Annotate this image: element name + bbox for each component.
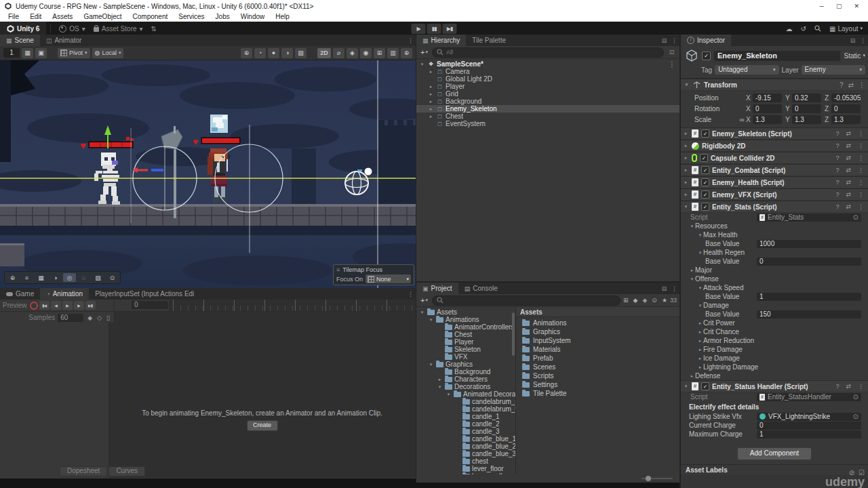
enabled-checkbox[interactable]: ✓ <box>701 203 709 211</box>
help-icon[interactable]: ? <box>833 203 841 210</box>
dock-icon[interactable]: ⊟ <box>659 35 669 46</box>
presets-icon[interactable]: ⇄ <box>844 179 853 186</box>
cloud-button[interactable]: ☁ <box>786 25 793 33</box>
menu-file[interactable]: File <box>3 13 24 20</box>
project-tree-item[interactable]: ▾Animated Decorations <box>416 390 515 398</box>
foldout-arrow-icon[interactable]: ▾ <box>684 82 690 87</box>
foldout-arrow-icon[interactable]: ▸ <box>697 365 703 370</box>
y-value-field[interactable]: 0.32 <box>792 94 821 102</box>
focus-on-dropdown[interactable]: None ▾ <box>366 274 411 283</box>
search-scene-icon[interactable]: ◌ <box>77 273 90 282</box>
foldout-arrow-icon[interactable]: ▾ <box>689 277 695 282</box>
hierarchy-search-field[interactable]: All <box>432 47 664 58</box>
kebab-icon[interactable]: ⋮ <box>856 167 866 174</box>
tab-animation[interactable]: ◔Animation <box>40 288 89 300</box>
kebab-icon[interactable]: ⋮ <box>856 383 866 390</box>
foldout-arrow-icon[interactable]: ▸ <box>428 69 434 75</box>
add-keyframe-icon[interactable]: ◆ <box>86 314 94 321</box>
project-tree-item[interactable]: ▾Graphics <box>416 361 515 368</box>
layers-icon[interactable]: ≡ <box>20 273 33 282</box>
kebab-icon[interactable]: ⋮ <box>669 60 679 68</box>
prev-key-button[interactable]: ◀ <box>51 301 61 310</box>
tab-playerinputset[interactable]: PlayerInputSet (Input Actions Edi <box>89 288 200 300</box>
foldout-row[interactable]: ▾Damage <box>681 301 868 310</box>
layout-dropdown[interactable]: ▦ Layout ▾ <box>829 25 863 33</box>
static-dropdown[interactable]: Static▾ <box>844 52 865 60</box>
scene-viewport[interactable]: ♥ ♥ <box>0 60 416 288</box>
project-tree-item[interactable]: ▾Animations <box>416 316 515 323</box>
pause-button[interactable]: ▮▮ <box>427 24 441 34</box>
grid-axis-icon[interactable]: ▥ <box>387 48 399 58</box>
handle-rotation-dropdown[interactable]: ◍Local▾ <box>92 48 124 58</box>
value-field[interactable]: 0 <box>757 422 861 430</box>
zoom-slider[interactable] <box>642 478 673 479</box>
tab-console[interactable]: ▤Console <box>458 283 504 294</box>
tab-project[interactable]: ▣Project <box>416 283 458 294</box>
scene-picker-icon[interactable]: ⊡ <box>667 49 677 56</box>
project-tree-item[interactable]: candelabrum_tall <box>416 405 515 413</box>
foldout-row[interactable]: ▸Ice Damage <box>681 354 868 363</box>
component-header[interactable]: ▸#✓Entity_Combat (Script)?⇄⋮ <box>681 164 868 176</box>
foldout-arrow-icon[interactable]: ▾ <box>419 310 425 315</box>
label-filter-icon[interactable]: ◈ <box>642 297 647 304</box>
help-icon[interactable]: ? <box>833 191 841 198</box>
folder-item[interactable]: Materials <box>516 345 679 354</box>
next-key-button[interactable]: ▶ <box>74 301 84 310</box>
favorites-icon[interactable]: ★ <box>662 297 667 304</box>
foldout-arrow-icon[interactable]: ▸ <box>683 167 689 173</box>
menu-assets[interactable]: Assets <box>47 13 78 20</box>
link-scale-icon[interactable]: ∞ <box>738 116 746 123</box>
project-tree-item[interactable]: candle_blue_2 <box>416 443 515 450</box>
camera-settings-icon[interactable]: ⊞ <box>374 48 385 58</box>
enabled-checkbox[interactable]: ✓ <box>701 382 709 390</box>
hierarchy-item[interactable]: ▸□Grid <box>416 90 679 98</box>
hierarchy-item[interactable]: ▸□Chest <box>416 113 679 120</box>
event-marker-icon[interactable]: ▯ <box>105 314 111 321</box>
fx-dropdown-icon[interactable]: ▨ <box>295 48 307 58</box>
project-tree-item[interactable]: candle_3 <box>416 428 515 435</box>
foldout-arrow-icon[interactable]: ▾ <box>419 62 425 67</box>
effects-toggle-icon[interactable]: ◑ <box>281 48 293 58</box>
y-value-field[interactable]: 0 <box>792 104 821 113</box>
kebab-icon[interactable]: ⋮ <box>856 142 866 149</box>
foldout-row[interactable]: ▸Crit Power <box>681 319 868 327</box>
foldout-arrow-icon[interactable]: ▸ <box>697 338 703 344</box>
menu-help[interactable]: Help <box>270 13 295 20</box>
panel-menu-icon[interactable]: ⋮ <box>406 288 416 300</box>
foldout-arrow-icon[interactable]: ▸ <box>683 180 689 185</box>
gizmos-menu-icon[interactable]: ⊕ <box>401 48 412 58</box>
add-event-icon[interactable]: ◇ <box>96 314 103 321</box>
hierarchy-item[interactable]: ▸□Player <box>416 83 679 90</box>
presets-icon[interactable]: ⇄ <box>844 142 853 149</box>
tab-inspector[interactable]: iInspector <box>681 35 731 46</box>
record-button[interactable] <box>30 302 38 310</box>
menu-gameobject[interactable]: GameObject <box>78 13 127 20</box>
panel-menu-icon[interactable]: ⋮ <box>406 35 416 46</box>
foldout-arrow-icon[interactable]: ▸ <box>683 155 689 161</box>
component-header[interactable]: ▾#✓Entity_Status Handler (Script)?⇄⋮ <box>681 380 868 392</box>
component-header[interactable]: ▸✓Capsule Collider 2D?⇄⋮ <box>681 152 868 164</box>
search-button[interactable] <box>814 25 821 32</box>
hierarchy-item[interactable]: ▸□Enemy_Skeleton <box>416 105 679 113</box>
enabled-checkbox[interactable]: ✓ <box>701 166 709 174</box>
project-tree-item[interactable]: ▾Decorations <box>416 383 515 390</box>
component-header[interactable]: ▸#✓Enemy_Skeleton (Script)?⇄⋮ <box>681 127 868 140</box>
create-object-button[interactable]: +▾ <box>419 48 429 56</box>
foldout-arrow-icon[interactable]: ▸ <box>697 329 703 335</box>
project-tree-item[interactable]: Chest <box>416 331 515 338</box>
help-icon[interactable]: ? <box>833 142 841 149</box>
project-search-field[interactable] <box>432 296 620 306</box>
visibility-icon[interactable]: ◉ <box>360 48 372 58</box>
unity-version-badge[interactable]: Unity 6 <box>0 22 46 35</box>
foldout-arrow-icon[interactable]: ▾ <box>689 224 695 229</box>
foldout-arrow-icon[interactable]: ▸ <box>428 106 434 112</box>
kebab-icon[interactable]: ⋮ <box>856 130 866 137</box>
go-to-end-button[interactable]: ▶▮ <box>85 301 96 310</box>
folder-item[interactable]: Settings <box>516 380 679 389</box>
y-value-field[interactable]: 1.3 <box>792 115 821 124</box>
value-field[interactable]: 0 <box>757 258 861 266</box>
project-tree-item[interactable]: Player <box>416 338 515 346</box>
ping-icon[interactable]: ⊙ <box>853 214 859 222</box>
current-frame-field[interactable]: 0 <box>132 301 168 309</box>
tag-dropdown[interactable]: Untagged▾ <box>715 65 778 75</box>
